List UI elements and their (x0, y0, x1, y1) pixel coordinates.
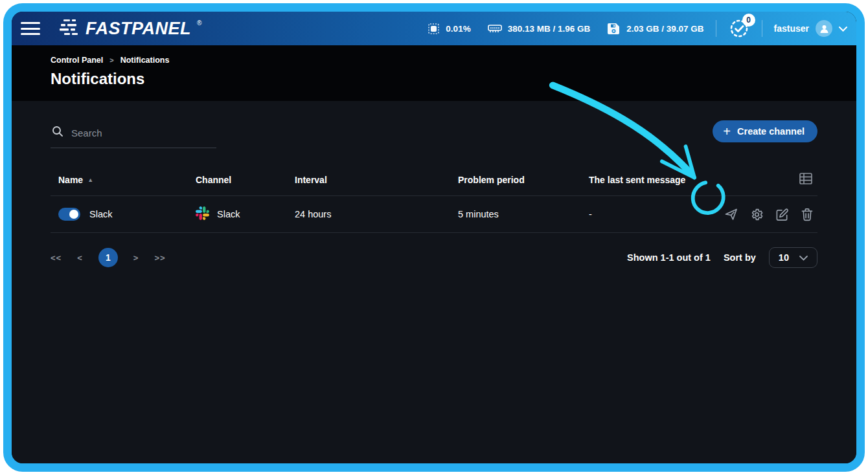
tasks-badge: 0 (742, 14, 755, 27)
column-header-interval[interactable]: Interval (287, 175, 450, 185)
create-channel-label: Create channel (737, 126, 805, 137)
avatar (816, 20, 832, 37)
column-settings-button[interactable] (714, 173, 817, 186)
header-name-label: Name (58, 175, 83, 185)
notifications-table: Name ▲ Channel Interval Problem period T… (51, 165, 817, 233)
tasks-check-icon (728, 30, 750, 41)
slack-icon (196, 206, 209, 222)
pagination-next[interactable]: > (133, 253, 139, 263)
send-test-message-button[interactable] (723, 206, 740, 223)
edit-button[interactable] (774, 206, 790, 223)
table-header-row: Name ▲ Channel Interval Problem period T… (51, 165, 817, 195)
menu-icon[interactable] (19, 21, 41, 36)
equalizer-icon (60, 19, 80, 38)
breadcrumb-control-panel[interactable]: Control Panel (51, 56, 103, 65)
ram-value: 380.13 MB / 1.96 GB (508, 24, 591, 34)
ram-icon (488, 23, 502, 34)
search-box (51, 120, 216, 148)
pagination-last[interactable]: >> (154, 253, 165, 263)
tasks-button[interactable]: 0 (728, 17, 750, 39)
cpu-value: 0.01% (446, 24, 470, 34)
toolbar: + Create channel (51, 120, 817, 148)
cell-problem-period: 5 minutes (450, 209, 581, 219)
cpu-icon (428, 23, 440, 35)
per-page-select[interactable]: 10 (769, 247, 817, 268)
header-channel-label: Channel (196, 175, 231, 185)
disk-value: 2.03 GB / 39.07 GB (626, 24, 703, 34)
app-window: FASTPANEL ® 0.01% (3, 3, 865, 472)
delete-button[interactable] (799, 206, 815, 223)
column-header-last-sent-message[interactable]: The last sent message (581, 175, 714, 185)
cell-interval: 24 hours (287, 209, 450, 219)
page-title: Notifications (51, 70, 817, 88)
settings-button[interactable] (749, 206, 765, 223)
cell-last-sent-message: - (581, 209, 714, 219)
brand-name: FASTPANEL (86, 19, 191, 39)
breadcrumb-separator: > (109, 56, 113, 64)
pagination-current-page[interactable]: 1 (98, 248, 118, 267)
registered-mark: ® (197, 19, 201, 27)
row-channel: Slack (217, 209, 240, 219)
plus-icon: + (723, 126, 731, 137)
topbar: FASTPANEL ® 0.01% (12, 12, 856, 45)
pagination-summary: Shown 1-1 out of 1 Sort by 10 (627, 247, 817, 268)
row-last-sent: - (589, 209, 592, 219)
row-problem-period: 5 minutes (458, 209, 499, 219)
table-row: Slack Slack 24 hours 5 minutes (51, 195, 817, 233)
cpu-stat: 0.01% (428, 23, 470, 35)
sort-by-label: Sort by (724, 252, 756, 263)
header-interval-label: Interval (295, 175, 327, 185)
sort-asc-icon: ▲ (87, 177, 93, 183)
search-icon (52, 126, 63, 140)
row-name: Slack (89, 209, 112, 219)
topbar-separator (716, 20, 716, 37)
chevron-down-icon (799, 252, 808, 263)
pagination-prev[interactable]: < (77, 253, 83, 263)
create-channel-button[interactable]: + Create channel (713, 120, 817, 142)
brand-logo[interactable]: FASTPANEL ® (60, 19, 201, 39)
table-columns-icon (799, 173, 812, 186)
username: fastuser (774, 23, 809, 34)
column-header-problem-period[interactable]: Problem period (450, 175, 581, 185)
pagination-first[interactable]: << (51, 253, 62, 263)
enabled-toggle[interactable] (58, 208, 80, 221)
search-input[interactable] (71, 127, 216, 138)
table-footer: << < 1 > >> Shown 1-1 out of 1 Sort by 1… (51, 247, 817, 268)
ram-stat: 380.13 MB / 1.96 GB (488, 23, 591, 34)
row-interval: 24 hours (295, 209, 331, 219)
header-problem-period-label: Problem period (458, 175, 525, 185)
shown-count-text: Shown 1-1 out of 1 (627, 252, 711, 263)
row-actions (714, 206, 817, 223)
breadcrumb-notifications[interactable]: Notifications (120, 56, 170, 65)
main-content: + Create channel Name ▲ Channel Interval… (12, 101, 856, 472)
per-page-value: 10 (779, 252, 789, 263)
page-header: Control Panel > Notifications Notificati… (12, 45, 856, 101)
header-last-sent-label: The last sent message (589, 175, 685, 185)
chevron-down-icon (839, 23, 847, 34)
disk-icon (607, 23, 621, 35)
cell-name: Slack (51, 208, 188, 221)
pagination: << < 1 > >> (51, 248, 166, 267)
disk-stat: 2.03 GB / 39.07 GB (607, 23, 703, 35)
topbar-separator (762, 20, 762, 37)
column-header-channel[interactable]: Channel (188, 175, 287, 185)
column-header-name[interactable]: Name ▲ (51, 175, 188, 185)
breadcrumb: Control Panel > Notifications (51, 56, 817, 65)
user-menu[interactable]: fastuser (774, 20, 847, 37)
cell-channel: Slack (188, 206, 287, 222)
